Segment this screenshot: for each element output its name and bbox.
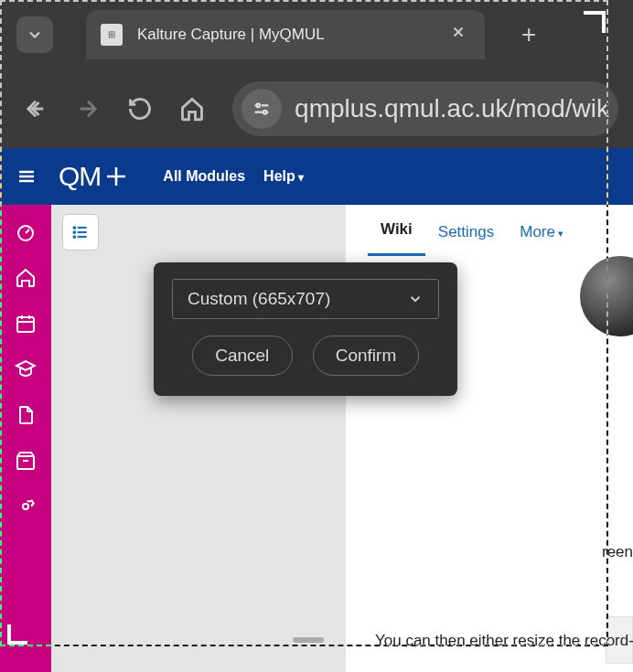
browser-chrome: ⊞ Kalture Capture | MyQMUL + qmplus.qmul…	[0, 0, 633, 148]
dashboard-icon[interactable]	[13, 219, 38, 245]
confirm-button[interactable]: Confirm	[313, 336, 420, 376]
reload-button[interactable]	[119, 87, 160, 131]
site-logo[interactable]: QM	[59, 161, 130, 192]
calendar-icon[interactable]	[13, 311, 38, 336]
instruction-text: You can then either resize the record-al…	[375, 632, 633, 650]
tab-more[interactable]: More▾	[507, 210, 576, 256]
browser-tab-bar: ⊞ Kalture Capture | MyQMUL +	[0, 0, 633, 69]
clipped-text-fragment: reen	[602, 543, 633, 561]
selection-bottom-handle[interactable]	[293, 637, 324, 643]
tab-favicon: ⊞	[101, 24, 123, 46]
selection-corner-bottom-left[interactable]	[7, 624, 27, 645]
svg-rect-16	[17, 317, 34, 332]
tab-settings[interactable]: Settings	[425, 210, 507, 256]
forward-button[interactable]	[67, 87, 108, 131]
nav-all-modules[interactable]: All Modules	[163, 168, 245, 185]
selection-corner-top-right[interactable]	[584, 11, 606, 33]
tab-title: Kalture Capture | MyQMUL	[137, 26, 432, 44]
svg-point-25	[74, 227, 76, 229]
site-header: QM All Modules Help▾	[0, 148, 633, 205]
close-tab-button[interactable]	[446, 20, 470, 48]
svg-rect-20	[17, 456, 34, 469]
address-bar[interactable]: qmplus.qmul.ac.uk/mod/wik	[232, 81, 618, 136]
settings-icon[interactable]	[13, 494, 38, 519]
page-body: QM All Modules Help▾	[0, 148, 633, 672]
url-text: qmplus.qmul.ac.uk/mod/wik	[295, 94, 609, 123]
svg-point-7	[263, 110, 267, 113]
files-icon[interactable]	[13, 402, 38, 428]
app-sidebar	[0, 148, 51, 672]
svg-point-26	[74, 231, 76, 233]
capture-size-dialog: Custom (665x707) Cancel Confirm	[154, 262, 457, 396]
chevron-down-icon	[407, 291, 424, 307]
main-content: Wiki Settings More▾ reen You can then ei…	[51, 148, 633, 672]
svg-point-4	[257, 103, 261, 107]
menu-toggle-button[interactable]	[7, 157, 46, 196]
site-settings-icon[interactable]	[241, 89, 282, 129]
back-button[interactable]	[15, 87, 56, 131]
dialog-actions: Cancel Confirm	[172, 336, 439, 376]
archive-icon[interactable]	[13, 448, 38, 474]
svg-point-21	[23, 504, 28, 509]
new-tab-button[interactable]: +	[510, 15, 547, 55]
svg-point-27	[74, 236, 76, 238]
browser-tab[interactable]: ⊞ Kalture Capture | MyQMUL	[86, 10, 485, 59]
index-toggle-button[interactable]	[62, 214, 99, 251]
courses-icon[interactable]	[13, 357, 38, 382]
home-button[interactable]	[171, 87, 212, 131]
size-select-value: Custom (665x707)	[188, 289, 330, 309]
size-select[interactable]: Custom (665x707)	[172, 279, 439, 319]
cancel-button[interactable]: Cancel	[192, 336, 293, 376]
browser-nav-bar: qmplus.qmul.ac.uk/mod/wik	[0, 69, 633, 148]
tab-search-button[interactable]	[16, 16, 53, 53]
home-icon[interactable]	[13, 265, 38, 291]
nav-help[interactable]: Help▾	[263, 168, 304, 185]
page-tabs: Wiki Settings More▾	[346, 205, 633, 256]
tab-wiki[interactable]: Wiki	[368, 208, 425, 256]
